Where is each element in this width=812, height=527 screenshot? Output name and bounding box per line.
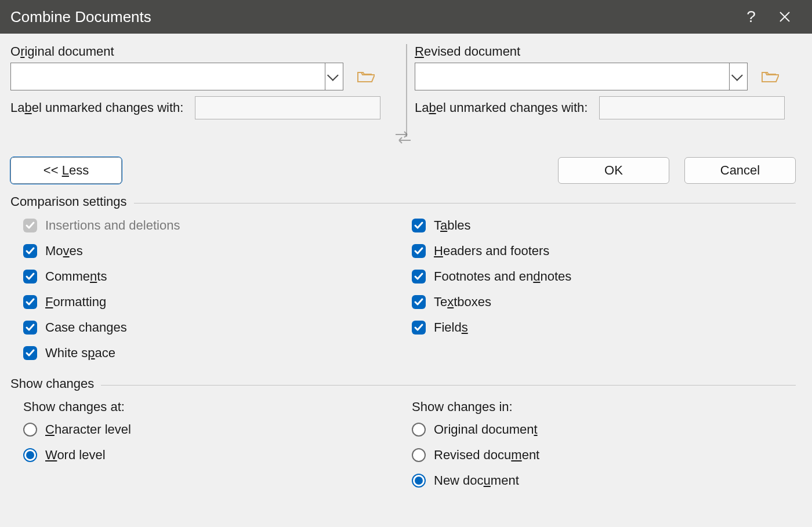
- original-unmarked-label: Label unmarked changes with:: [10, 100, 183, 115]
- revised-unmarked-input[interactable]: [599, 96, 785, 119]
- vertical-separator: [406, 44, 407, 137]
- checkbox-label: Textboxes: [434, 295, 491, 310]
- checkbox-footnotes[interactable]: Footnotes and endnotes: [412, 264, 788, 289]
- revised-document-combo[interactable]: [415, 63, 748, 90]
- show-changes-header: Show changes: [10, 376, 796, 391]
- help-icon[interactable]: ?: [734, 8, 768, 26]
- checkbox-label: Insertions and deletions: [45, 218, 180, 233]
- checkbox-formatting[interactable]: Formatting: [23, 289, 399, 315]
- original-document-combo[interactable]: [10, 63, 343, 90]
- checkbox-label: Headers and footers: [434, 243, 549, 259]
- close-icon[interactable]: [768, 11, 802, 23]
- checkbox-box[interactable]: [23, 295, 37, 309]
- checkbox-comments[interactable]: Comments: [23, 264, 399, 289]
- show-changes-at-col: Show changes at: Character levelWord lev…: [10, 395, 399, 493]
- revised-unmarked-label: Label unmarked changes with:: [415, 100, 588, 115]
- checkbox-moves[interactable]: Moves: [23, 238, 399, 264]
- documents-row: Original document Label unmarked changes…: [10, 44, 796, 119]
- checkbox-box[interactable]: [412, 244, 426, 258]
- radio-in-orig[interactable]: Original document: [412, 417, 788, 442]
- chevron-down-icon: [327, 70, 339, 81]
- original-unmarked-input[interactable]: [195, 96, 380, 119]
- titlebar: Combine Documents ?: [0, 0, 812, 34]
- checkbox-insertions: Insertions and deletions: [23, 213, 399, 238]
- comparison-left-col: Insertions and deletionsMovesCommentsFor…: [10, 213, 399, 366]
- show-changes-in-label: Show changes in:: [412, 399, 788, 415]
- radio-at-char[interactable]: Character level: [23, 417, 399, 442]
- checkbox-label: Formatting: [45, 295, 106, 310]
- checkbox-box: [23, 219, 37, 232]
- radio-label: Original document: [434, 422, 538, 437]
- checkbox-box[interactable]: [23, 321, 37, 335]
- checkbox-box[interactable]: [412, 270, 426, 284]
- radio-at-word[interactable]: Word level: [23, 442, 399, 468]
- checkbox-box[interactable]: [23, 346, 37, 360]
- radio-in-new[interactable]: New document: [412, 468, 788, 493]
- radio-in-rev[interactable]: Revised document: [412, 442, 788, 468]
- checkbox-label: Comments: [45, 269, 107, 284]
- checkbox-box[interactable]: [412, 321, 426, 335]
- swap-documents-icon[interactable]: [394, 130, 412, 145]
- original-document-label: Original document: [10, 44, 392, 59]
- revised-document-section: Revised document Label unmarked changes …: [415, 44, 796, 119]
- checkbox-label: Fields: [434, 320, 468, 335]
- checkbox-box[interactable]: [23, 270, 37, 284]
- checkbox-tables[interactable]: Tables: [412, 213, 788, 238]
- radio-label: New document: [434, 473, 519, 488]
- checkbox-box[interactable]: [412, 295, 426, 309]
- less-button[interactable]: << Less: [10, 157, 122, 184]
- cancel-button[interactable]: Cancel: [684, 157, 796, 184]
- revised-document-input[interactable]: [415, 63, 729, 90]
- original-document-section: Original document Label unmarked changes…: [10, 44, 392, 119]
- original-document-input[interactable]: [10, 63, 325, 90]
- folder-open-icon[interactable]: [762, 70, 779, 83]
- checkbox-label: Moves: [45, 243, 83, 259]
- checkbox-case[interactable]: Case changes: [23, 315, 399, 340]
- checkbox-label: Footnotes and endnotes: [434, 269, 571, 284]
- radio-button[interactable]: [412, 474, 426, 488]
- checkbox-box[interactable]: [23, 244, 37, 258]
- radio-button[interactable]: [412, 423, 426, 437]
- comparison-right-col: TablesHeaders and footersFootnotes and e…: [399, 213, 788, 366]
- show-changes-in-col: Show changes in: Original documentRevise…: [399, 395, 788, 493]
- revised-document-dropdown-button[interactable]: [729, 63, 748, 90]
- show-changes-at-label: Show changes at:: [23, 399, 399, 415]
- original-document-dropdown-button[interactable]: [325, 63, 343, 90]
- chevron-down-icon: [731, 70, 743, 81]
- radio-label: Character level: [45, 422, 131, 437]
- checkbox-label: Tables: [434, 218, 471, 233]
- radio-button[interactable]: [412, 448, 426, 462]
- checkbox-whitespace[interactable]: White space: [23, 340, 399, 366]
- folder-open-icon[interactable]: [357, 70, 375, 83]
- checkbox-fields[interactable]: Fields: [412, 315, 788, 340]
- radio-button[interactable]: [23, 448, 37, 462]
- comparison-settings-header: Comparison settings: [10, 194, 796, 209]
- checkbox-headers[interactable]: Headers and footers: [412, 238, 788, 264]
- dialog-title: Combine Documents: [10, 8, 734, 26]
- checkbox-label: Case changes: [45, 320, 127, 335]
- radio-label: Revised document: [434, 448, 539, 463]
- revised-document-label: Revised document: [415, 44, 796, 59]
- checkbox-box[interactable]: [412, 219, 426, 232]
- ok-button[interactable]: OK: [558, 157, 669, 184]
- checkbox-textboxes[interactable]: Textboxes: [412, 289, 788, 315]
- radio-button[interactable]: [23, 423, 37, 437]
- dialog-buttons-row: << Less OK Cancel: [10, 157, 796, 184]
- checkbox-label: White space: [45, 346, 115, 361]
- radio-label: Word level: [45, 448, 106, 463]
